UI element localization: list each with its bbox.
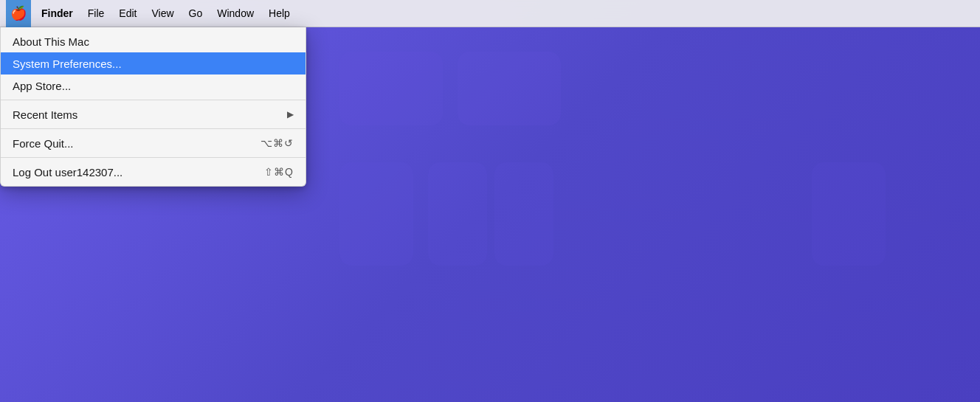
menu-item-recent-items-label: Recent Items <box>13 108 287 121</box>
menu-item-about-this-mac-label: About This Mac <box>13 35 294 48</box>
menubar-item-view[interactable]: View <box>144 4 181 22</box>
apple-icon: 🍎 <box>10 5 27 21</box>
menubar-item-window[interactable]: Window <box>210 4 261 22</box>
desktop-shape-5 <box>494 162 553 266</box>
menu-separator-2 <box>1 128 306 129</box>
menubar: 🍎 Finder File Edit View Go Window Help <box>0 0 980 27</box>
menu-item-system-preferences-label: System Preferences... <box>13 58 294 70</box>
desktop-shape-6 <box>812 162 886 266</box>
menubar-item-finder[interactable]: Finder <box>34 4 80 22</box>
menu-item-about-this-mac[interactable]: About This Mac <box>1 30 306 52</box>
menu-item-app-store[interactable]: App Store... <box>1 74 306 97</box>
menubar-item-edit[interactable]: Edit <box>111 4 144 22</box>
menu-item-force-quit-shortcut: ⌥⌘↺ <box>260 137 294 149</box>
apple-dropdown-menu: About This Mac System Preferences... App… <box>0 27 306 187</box>
menu-separator-3 <box>1 157 306 158</box>
submenu-arrow-icon: ▶ <box>287 109 294 119</box>
desktop-shape-2 <box>458 52 561 125</box>
menu-item-recent-items[interactable]: Recent Items ▶ <box>1 103 306 125</box>
menubar-item-file[interactable]: File <box>80 4 112 22</box>
apple-menu-button[interactable]: 🍎 <box>6 0 31 27</box>
menu-item-force-quit[interactable]: Force Quit... ⌥⌘↺ <box>1 132 306 154</box>
menu-item-app-store-label: App Store... <box>13 80 294 92</box>
menu-separator-1 <box>1 100 306 100</box>
desktop-shape-1 <box>339 52 443 125</box>
desktop-shape-3 <box>339 162 413 266</box>
menubar-item-go[interactable]: Go <box>182 4 210 22</box>
menu-item-log-out[interactable]: Log Out user142307... ⇧⌘Q <box>1 161 306 183</box>
menu-item-force-quit-label: Force Quit... <box>13 137 246 150</box>
menu-item-log-out-shortcut: ⇧⌘Q <box>264 166 294 178</box>
menu-item-log-out-label: Log Out user142307... <box>13 166 249 179</box>
menu-item-system-preferences[interactable]: System Preferences... <box>1 52 306 74</box>
menubar-item-help[interactable]: Help <box>261 4 297 22</box>
desktop-shape-4 <box>428 162 487 266</box>
